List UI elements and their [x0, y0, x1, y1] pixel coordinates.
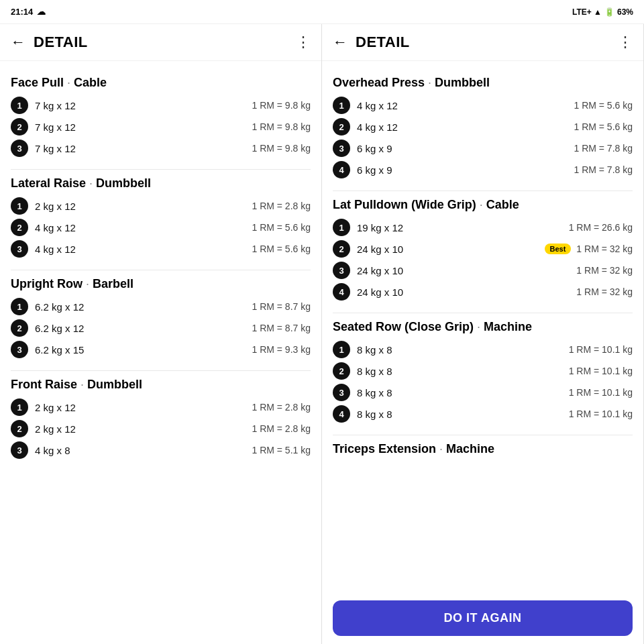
set-row: 2 24 kg x 10 Best 1 RM = 32 kg — [333, 240, 633, 258]
set-row: 1 2 kg x 12 1 RM = 2.8 kg — [11, 197, 311, 215]
set-number: 2 — [11, 118, 28, 136]
set-number: 4 — [333, 405, 350, 423]
exercise-seated-row: Seated Row (Close Grip) · Machine 1 8 kg… — [333, 320, 633, 435]
set-rm: 1 RM = 7.8 kg — [574, 143, 633, 154]
status-left: 21:14 ☁ — [11, 7, 46, 17]
set-rm: 1 RM = 9.8 kg — [252, 143, 311, 154]
set-detail: 7 kg x 12 — [35, 121, 252, 133]
exercise-title-upright-row: Upright Row · Barbell — [11, 277, 311, 291]
battery-percent: 63% — [617, 7, 633, 17]
set-number: 3 — [333, 262, 350, 279]
set-detail: 2 kg x 12 — [35, 402, 252, 413]
exercise-title-overhead-press: Overhead Press · Dumbbell — [333, 76, 633, 90]
set-detail: 24 kg x 10 — [357, 265, 576, 276]
set-rm: 1 RM = 32 kg — [576, 265, 633, 276]
set-detail: 6.2 kg x 12 — [35, 323, 252, 334]
set-detail: 24 kg x 10 — [357, 286, 576, 298]
set-number: 3 — [11, 441, 28, 459]
set-row: 4 8 kg x 8 1 RM = 10.1 kg — [333, 405, 633, 423]
set-number: 1 — [333, 97, 350, 114]
set-detail: 4 kg x 12 — [35, 222, 252, 233]
right-menu-button[interactable]: ⋮ — [618, 34, 633, 51]
set-detail: 2 kg x 12 — [35, 201, 252, 212]
set-detail: 6.2 kg x 12 — [35, 301, 252, 313]
set-number: 1 — [11, 97, 28, 114]
set-row: 3 4 kg x 12 1 RM = 5.6 kg — [11, 240, 311, 258]
set-number: 2 — [333, 118, 350, 136]
right-content: Overhead Press · Dumbbell 1 4 kg x 12 1 … — [322, 61, 643, 592]
lte-signal: LTE+ ▲ — [572, 7, 602, 17]
left-title: DETAIL — [34, 34, 296, 51]
set-row: 3 8 kg x 8 1 RM = 10.1 kg — [333, 384, 633, 401]
set-detail: 8 kg x 8 — [357, 366, 569, 377]
set-detail: 4 kg x 12 — [35, 244, 252, 255]
do-it-again-button[interactable]: DO IT AGAIN — [333, 600, 633, 636]
set-rm: 1 RM = 10.1 kg — [569, 387, 633, 398]
right-header: ← DETAIL ⋮ — [322, 24, 643, 61]
exercise-front-raise: Front Raise · Dumbbell 1 2 kg x 12 1 RM … — [11, 378, 311, 471]
set-detail: 6 kg x 9 — [357, 164, 574, 176]
set-number: 3 — [11, 140, 28, 157]
set-number: 2 — [11, 420, 28, 437]
right-title: DETAIL — [356, 34, 618, 51]
set-detail: 6.2 kg x 15 — [35, 344, 252, 356]
set-detail: 4 kg x 12 — [357, 100, 574, 111]
set-detail: 8 kg x 8 — [357, 409, 569, 420]
set-row: 4 6 kg x 9 1 RM = 7.8 kg — [333, 161, 633, 178]
set-row: 3 7 kg x 12 1 RM = 9.8 kg — [11, 140, 311, 157]
set-rm: 1 RM = 5.6 kg — [574, 100, 633, 111]
set-row: 1 4 kg x 12 1 RM = 5.6 kg — [333, 97, 633, 114]
set-row: 3 24 kg x 10 1 RM = 32 kg — [333, 262, 633, 279]
set-detail: 19 kg x 12 — [357, 222, 569, 233]
set-rm: 1 RM = 7.8 kg — [574, 164, 633, 175]
exercise-title-triceps-extension: Triceps Extension · Machine — [333, 442, 633, 456]
exercise-lat-pulldown: Lat Pulldown (Wide Grip) · Cable 1 19 kg… — [333, 198, 633, 313]
status-bar: 21:14 ☁ LTE+ ▲ 🔋 63% — [0, 0, 644, 24]
set-row: 2 7 kg x 12 1 RM = 9.8 kg — [11, 118, 311, 136]
set-rm: 1 RM = 9.3 kg — [252, 344, 311, 355]
left-header: ← DETAIL ⋮ — [0, 24, 321, 61]
exercise-title-lat-pulldown: Lat Pulldown (Wide Grip) · Cable — [333, 198, 633, 212]
set-detail: 7 kg x 12 — [35, 100, 252, 111]
set-row: 1 6.2 kg x 12 1 RM = 8.7 kg — [11, 298, 311, 315]
set-row: 4 24 kg x 10 1 RM = 32 kg — [333, 283, 633, 301]
set-row: 3 6.2 kg x 15 1 RM = 9.3 kg — [11, 341, 311, 358]
do-it-again-container: DOITSHIM.com DO IT AGAIN — [322, 592, 643, 644]
set-detail: 8 kg x 8 — [357, 344, 569, 356]
set-row: 2 4 kg x 12 1 RM = 5.6 kg — [11, 219, 311, 236]
set-rm: 1 RM = 2.8 kg — [252, 423, 311, 434]
exercise-title-face-pull: Face Pull · Cable — [11, 76, 311, 90]
exercise-lateral-raise: Lateral Raise · Dumbbell 1 2 kg x 12 1 R… — [11, 176, 311, 270]
right-back-button[interactable]: ← — [333, 34, 347, 51]
set-number: 2 — [333, 240, 350, 258]
exercise-overhead-press: Overhead Press · Dumbbell 1 4 kg x 12 1 … — [333, 76, 633, 191]
set-rm: 1 RM = 5.6 kg — [252, 244, 311, 254]
set-rm: 1 RM = 2.8 kg — [252, 402, 311, 413]
set-number: 3 — [333, 384, 350, 401]
set-number: 1 — [11, 398, 28, 416]
set-number: 2 — [333, 362, 350, 380]
set-rm: 1 RM = 8.7 kg — [252, 323, 311, 333]
set-rm: 1 RM = 5.6 kg — [574, 121, 633, 132]
left-back-button[interactable]: ← — [11, 34, 25, 51]
set-row: 1 2 kg x 12 1 RM = 2.8 kg — [11, 398, 311, 416]
set-number: 1 — [333, 341, 350, 358]
exercise-triceps-extension: Triceps Extension · Machine — [333, 442, 633, 471]
set-rm: 1 RM = 8.7 kg — [252, 301, 311, 312]
set-rm: 1 RM = 10.1 kg — [569, 344, 633, 355]
set-row: 1 19 kg x 12 1 RM = 26.6 kg — [333, 219, 633, 236]
left-menu-button[interactable]: ⋮ — [296, 34, 311, 51]
exercise-title-seated-row: Seated Row (Close Grip) · Machine — [333, 320, 633, 334]
set-row: 2 2 kg x 12 1 RM = 2.8 kg — [11, 420, 311, 437]
set-row: 2 6.2 kg x 12 1 RM = 8.7 kg — [11, 319, 311, 337]
set-rm: 1 RM = 9.8 kg — [252, 121, 311, 132]
set-row: 2 8 kg x 8 1 RM = 10.1 kg — [333, 362, 633, 380]
set-row: 3 4 kg x 8 1 RM = 5.1 kg — [11, 441, 311, 459]
set-number: 1 — [11, 298, 28, 315]
set-rm: 1 RM = 10.1 kg — [569, 366, 633, 376]
set-rm: 1 RM = 9.8 kg — [252, 100, 311, 111]
set-row: 1 8 kg x 8 1 RM = 10.1 kg — [333, 341, 633, 358]
battery-icon: 🔋 — [604, 7, 614, 17]
set-detail: 6 kg x 9 — [357, 143, 574, 154]
set-row: 3 6 kg x 9 1 RM = 7.8 kg — [333, 140, 633, 157]
